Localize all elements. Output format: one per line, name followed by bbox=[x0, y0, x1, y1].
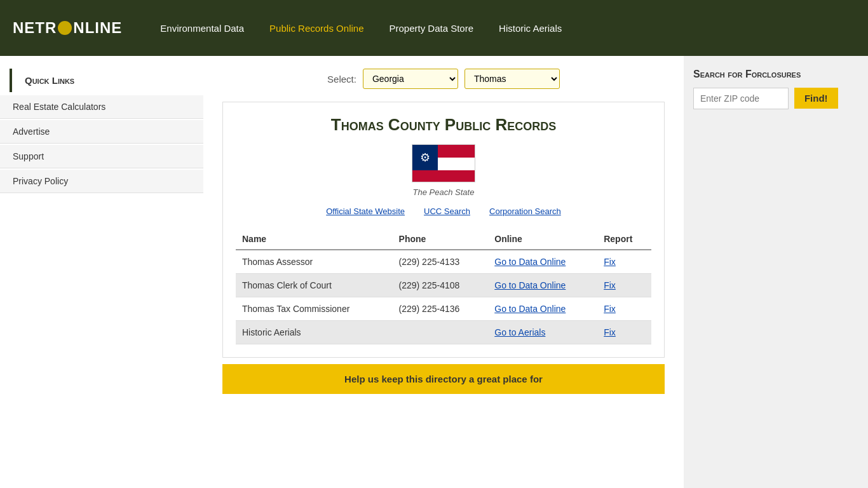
cell-report: Fix bbox=[597, 250, 651, 274]
select-bar: Select: Georgia Alabama Florida Thomas F… bbox=[222, 69, 665, 89]
table-row: Thomas Assessor(229) 225-4133Go to Data … bbox=[236, 250, 651, 274]
cell-online: Go to Aerials bbox=[488, 321, 597, 344]
sidebar: Quick Links Real Estate Calculators Adve… bbox=[0, 56, 203, 488]
table-row: Historic AerialsGo to AerialsFix bbox=[236, 321, 651, 344]
cell-report: Fix bbox=[597, 297, 651, 321]
table-row: Thomas Clerk of Court(229) 225-4108Go to… bbox=[236, 274, 651, 297]
cell-report: Fix bbox=[597, 321, 651, 344]
find-button[interactable]: Find! bbox=[794, 88, 838, 109]
cell-online: Go to Data Online bbox=[488, 250, 597, 274]
col-phone: Phone bbox=[393, 229, 489, 250]
sidebar-item-real-estate[interactable]: Real Estate Calculators bbox=[0, 95, 203, 119]
cell-name: Thomas Clerk of Court bbox=[236, 274, 393, 297]
sidebar-item-advertise[interactable]: Advertise bbox=[0, 120, 203, 144]
quick-links-title: Quick Links bbox=[10, 69, 194, 92]
ucc-search-link[interactable]: UCC Search bbox=[424, 207, 470, 216]
report-link[interactable]: Fix bbox=[604, 327, 616, 337]
logo-area: NETRNLINE bbox=[13, 19, 122, 37]
col-report: Report bbox=[597, 229, 651, 250]
bottom-banner: Help us keep this directory a great plac… bbox=[222, 364, 665, 394]
main-content: Select: Georgia Alabama Florida Thomas F… bbox=[203, 56, 684, 488]
flag-area: ⚙ The Peach State bbox=[236, 144, 651, 197]
nav-historic-aerials[interactable]: Historic Aerials bbox=[499, 23, 562, 34]
cell-phone: (229) 225-4136 bbox=[393, 297, 489, 321]
nav-public-records-online[interactable]: Public Records Online bbox=[269, 23, 363, 34]
main-wrapper: Quick Links Real Estate Calculators Adve… bbox=[0, 56, 868, 488]
col-online: Online bbox=[488, 229, 597, 250]
county-select[interactable]: Thomas Fulton DeKalb bbox=[465, 69, 560, 89]
cell-phone bbox=[393, 321, 489, 344]
report-link[interactable]: Fix bbox=[604, 280, 616, 290]
county-content: Thomas County Public Records ⚙ The Peach… bbox=[222, 102, 665, 358]
foreclosure-search: Find! bbox=[693, 88, 858, 109]
right-panel: Search for Forclosures Find! bbox=[684, 56, 868, 488]
cell-name: Thomas Assessor bbox=[236, 250, 393, 274]
report-link[interactable]: Fix bbox=[604, 304, 616, 314]
sidebar-item-privacy[interactable]: Privacy Policy bbox=[0, 170, 203, 193]
select-label: Select: bbox=[327, 74, 356, 85]
corporation-search-link[interactable]: Corporation Search bbox=[489, 207, 561, 216]
main-nav: Environmental Data Public Records Online… bbox=[160, 23, 562, 34]
online-link[interactable]: Go to Aerials bbox=[494, 327, 545, 337]
col-name: Name bbox=[236, 229, 393, 250]
county-title: Thomas County Public Records bbox=[236, 115, 651, 135]
cell-name: Historic Aerials bbox=[236, 321, 393, 344]
flag-seal-icon: ⚙ bbox=[420, 151, 430, 165]
official-state-website-link[interactable]: Official State Website bbox=[326, 207, 405, 216]
cell-online: Go to Data Online bbox=[488, 274, 597, 297]
cell-phone: (229) 225-4108 bbox=[393, 274, 489, 297]
table-row: Thomas Tax Commissioner(229) 225-4136Go … bbox=[236, 297, 651, 321]
flag-stripe-3 bbox=[412, 170, 475, 182]
cell-name: Thomas Tax Commissioner bbox=[236, 297, 393, 321]
flag-canton: ⚙ bbox=[412, 145, 438, 170]
state-nickname: The Peach State bbox=[236, 187, 651, 197]
records-table: Name Phone Online Report Thomas Assessor… bbox=[236, 229, 651, 344]
cell-report: Fix bbox=[597, 274, 651, 297]
online-link[interactable]: Go to Data Online bbox=[494, 304, 566, 314]
nav-property-data-store[interactable]: Property Data Store bbox=[389, 23, 473, 34]
site-logo[interactable]: NETRNLINE bbox=[13, 19, 122, 37]
state-select[interactable]: Georgia Alabama Florida bbox=[363, 69, 458, 89]
report-link[interactable]: Fix bbox=[604, 257, 616, 267]
online-link[interactable]: Go to Data Online bbox=[494, 280, 566, 290]
state-links: Official State Website UCC Search Corpor… bbox=[236, 207, 651, 216]
zip-input[interactable] bbox=[693, 88, 789, 109]
site-header: NETRNLINE Environmental Data Public Reco… bbox=[0, 0, 868, 56]
cell-online: Go to Data Online bbox=[488, 297, 597, 321]
sidebar-item-support[interactable]: Support bbox=[0, 145, 203, 168]
globe-icon bbox=[58, 21, 72, 35]
cell-phone: (229) 225-4133 bbox=[393, 250, 489, 274]
georgia-flag: ⚙ bbox=[412, 144, 475, 182]
foreclosure-title: Search for Forclosures bbox=[693, 69, 858, 80]
online-link[interactable]: Go to Data Online bbox=[494, 257, 566, 267]
nav-environmental-data[interactable]: Environmental Data bbox=[160, 23, 244, 34]
